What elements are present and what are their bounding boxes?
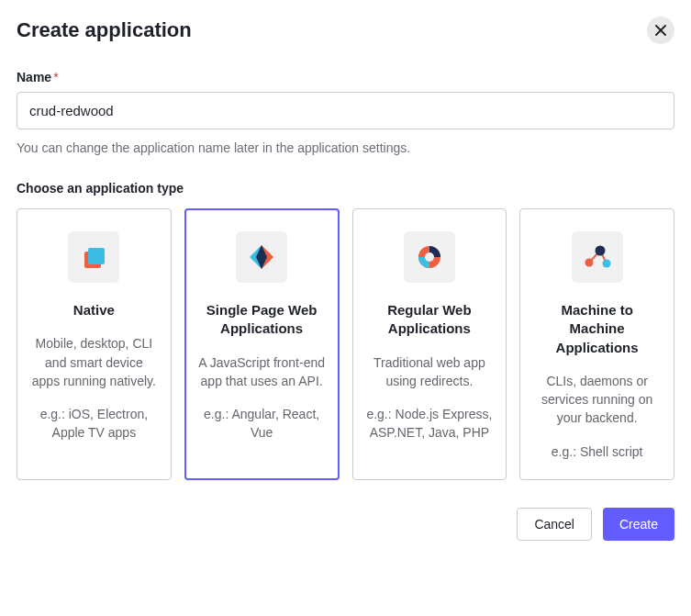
card-eg: e.g.: iOS, Electron, Apple TV apps bbox=[30, 405, 158, 442]
create-button[interactable]: Create bbox=[603, 508, 674, 541]
card-desc: CLIs, daemons or services running on you… bbox=[533, 372, 661, 428]
dialog-title: Create application bbox=[17, 18, 192, 42]
type-card-spa[interactable]: Single Page Web Applications A JavaScrip… bbox=[184, 208, 340, 480]
card-desc: Traditional web app using redirects. bbox=[366, 353, 494, 391]
card-desc: A JavaScript front-end app that uses an … bbox=[198, 353, 326, 391]
name-input[interactable] bbox=[17, 92, 674, 129]
card-title: Single Page Web Applications bbox=[198, 301, 326, 339]
name-help-text: You can change the application name late… bbox=[17, 140, 674, 155]
card-title: Native bbox=[73, 301, 115, 319]
spa-icon bbox=[236, 231, 287, 283]
svg-rect-1 bbox=[88, 248, 105, 264]
card-title: Regular Web Applications bbox=[366, 301, 494, 339]
name-label: Name* bbox=[17, 70, 674, 84]
type-grid: Native Mobile, desktop, CLI and smart de… bbox=[17, 208, 674, 480]
close-button[interactable] bbox=[647, 17, 674, 44]
cancel-button[interactable]: Cancel bbox=[517, 508, 592, 541]
close-icon bbox=[655, 25, 666, 36]
m2m-icon bbox=[572, 231, 623, 283]
svg-point-10 bbox=[585, 259, 593, 267]
type-section-label: Choose an application type bbox=[17, 181, 674, 196]
type-card-m2m[interactable]: Machine to Machine Applications CLIs, da… bbox=[519, 208, 674, 480]
card-eg: e.g.: Angular, React, Vue bbox=[198, 405, 326, 442]
svg-point-9 bbox=[595, 246, 605, 256]
dialog-footer: Cancel Create bbox=[17, 508, 674, 541]
required-asterisk: * bbox=[53, 70, 58, 84]
card-title: Machine to Machine Applications bbox=[533, 301, 661, 357]
regular-web-icon bbox=[404, 231, 455, 283]
svg-point-6 bbox=[425, 252, 434, 262]
card-eg: e.g.: Node.js Express, ASP.NET, Java, PH… bbox=[366, 405, 494, 442]
card-desc: Mobile, desktop, CLI and smart device ap… bbox=[30, 334, 158, 390]
name-label-text: Name bbox=[17, 70, 51, 84]
native-icon bbox=[68, 231, 119, 283]
type-card-native[interactable]: Native Mobile, desktop, CLI and smart de… bbox=[17, 208, 172, 480]
svg-marker-4 bbox=[256, 245, 267, 269]
svg-point-11 bbox=[602, 260, 610, 268]
card-eg: e.g.: Shell script bbox=[552, 442, 643, 461]
type-card-regular-web[interactable]: Regular Web Applications Traditional web… bbox=[352, 208, 507, 480]
